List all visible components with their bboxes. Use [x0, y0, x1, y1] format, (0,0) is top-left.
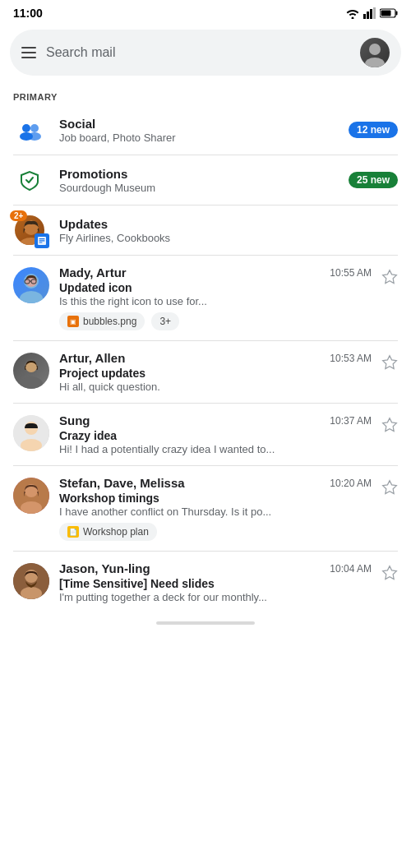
email-preview-2: Hi all, quick question. [59, 381, 372, 393]
avatar-jason [13, 563, 49, 599]
email-time-2: 10:53 AM [330, 353, 372, 364]
email-sender-3: Sung [59, 413, 90, 427]
email-header-5: Jason, Yun-ling 10:04 AM [59, 561, 372, 575]
email-content-5: Jason, Yun-ling 10:04 AM [Time Sensitive… [59, 561, 372, 603]
promotions-name: Promotions [59, 167, 335, 181]
email-attachments-1: ▣ bubbles.png 3+ [59, 312, 372, 330]
email-preview-5: I'm putting together a deck for our mont… [59, 591, 372, 603]
search-bar-wrapper: Search mail [0, 23, 411, 85]
promotions-badge: 25 new [349, 172, 398, 188]
category-social[interactable]: Social Job board, Photo Sharer 12 new [0, 105, 411, 155]
user-avatar[interactable] [360, 38, 390, 67]
email-attachments-4: 📄 Workshop plan [59, 523, 372, 541]
email-row-1[interactable]: Mady, Artur 10:55 AM Updated icon Is thi… [0, 256, 411, 340]
updates-icon-wrapper: 2+ [13, 214, 46, 247]
svg-point-13 [28, 132, 41, 141]
star-button-5[interactable] [381, 565, 398, 584]
status-icons [345, 7, 398, 19]
svg-rect-17 [39, 238, 45, 239]
email-row-4[interactable]: Stefan, Dave, Melissa 10:20 AM Workshop … [0, 466, 411, 551]
email-subject-1: Updated icon [59, 281, 372, 294]
svg-point-28 [20, 376, 43, 389]
avatar-sung [13, 415, 49, 451]
updates-text: Updates Fly Airlines, Cookbooks [59, 217, 398, 244]
menu-button[interactable] [21, 47, 36, 58]
email-preview-3: Hi! I had a potentially crazy idea I wan… [59, 443, 372, 455]
file-icon-1: ▣ [67, 316, 79, 327]
email-time-3: 10:37 AM [330, 415, 372, 427]
svg-point-21 [20, 291, 43, 303]
svg-rect-2 [367, 12, 369, 19]
email-row-5[interactable]: Jason, Yun-ling 10:04 AM [Time Sensitive… [0, 552, 411, 613]
category-updates[interactable]: 2+ Updates [0, 205, 411, 255]
svg-rect-7 [381, 11, 391, 16]
search-placeholder: Search mail [46, 45, 350, 60]
star-button-2[interactable] [381, 354, 398, 374]
social-text: Social Job board, Photo Sharer [59, 117, 335, 144]
battery-icon [380, 8, 398, 18]
svg-point-11 [30, 124, 39, 132]
email-header-2: Artur, Allen 10:53 AM [59, 351, 372, 365]
attachment-chip-4[interactable]: 📄 Workshop plan [59, 523, 157, 541]
email-content-2: Artur, Allen 10:53 AM Project updates Hi… [59, 351, 372, 393]
email-subject-4: Workshop timings [59, 492, 372, 505]
email-subject-3: Crazy idea [59, 429, 372, 442]
status-time: 11:00 [13, 7, 43, 20]
search-bar[interactable]: Search mail [10, 30, 401, 76]
svg-rect-18 [39, 240, 45, 241]
social-icon [13, 113, 46, 146]
status-bar: 11:00 [0, 0, 411, 23]
email-subject-2: Project updates [59, 367, 372, 380]
section-primary-label: PRIMARY [0, 85, 411, 105]
svg-rect-19 [39, 242, 43, 242]
promotions-sub: Sourdough Museum [59, 182, 335, 194]
email-sender-5: Jason, Yun-ling [59, 561, 150, 575]
email-sender-2: Artur, Allen [59, 351, 125, 365]
email-header-1: Mady, Artur 10:55 AM [59, 265, 372, 279]
star-button-1[interactable] [381, 269, 398, 289]
avatar-stefan [13, 478, 49, 514]
email-header-4: Stefan, Dave, Melissa 10:20 AM [59, 476, 372, 490]
email-sender-1: Mady, Artur [59, 265, 127, 279]
email-content-4: Stefan, Dave, Melissa 10:20 AM Workshop … [59, 476, 372, 541]
updates-doc-icon [35, 233, 49, 248]
signal-icon [363, 7, 376, 19]
social-badge: 12 new [349, 122, 398, 138]
avatar-mady [13, 267, 49, 303]
updates-sub: Fly Airlines, Cookbooks [59, 232, 398, 244]
email-header-3: Sung 10:37 AM [59, 413, 372, 427]
email-preview-1: Is this the right icon to use for... [59, 295, 372, 307]
social-name: Social [59, 117, 335, 131]
wifi-icon [345, 7, 360, 19]
email-subject-5: [Time Sensitive] Need slides [59, 577, 372, 590]
email-time-4: 10:20 AM [330, 478, 372, 489]
more-chip-1[interactable]: 3+ [151, 312, 179, 330]
email-time-1: 10:55 AM [330, 267, 372, 279]
svg-point-10 [22, 124, 30, 132]
svg-rect-4 [373, 7, 376, 19]
file-icon-4: 📄 [67, 526, 79, 538]
email-preview-4: I have another conflict on Thursday. Is … [59, 506, 372, 518]
email-sender-4: Stefan, Dave, Melissa [59, 476, 185, 490]
svg-rect-3 [370, 9, 372, 19]
updates-count: 2+ [10, 210, 27, 221]
svg-point-8 [369, 44, 381, 55]
email-time-5: 10:04 AM [330, 563, 372, 575]
svg-point-9 [365, 58, 385, 67]
star-button-3[interactable] [381, 417, 398, 436]
email-row-3[interactable]: Sung 10:37 AM Crazy idea Hi! I had a pot… [0, 404, 411, 465]
home-indicator [156, 621, 255, 625]
category-promotions[interactable]: Promotions Sourdough Museum 25 new [0, 155, 411, 205]
star-button-4[interactable] [381, 479, 398, 499]
updates-name: Updates [59, 217, 398, 231]
svg-marker-34 [383, 418, 397, 432]
avatar-artur [13, 353, 49, 389]
svg-marker-30 [383, 356, 397, 369]
email-content-3: Sung 10:37 AM Crazy idea Hi! I had a pot… [59, 413, 372, 455]
attachment-chip-1[interactable]: ▣ bubbles.png [59, 312, 145, 330]
promotions-icon [13, 164, 46, 196]
promotions-text: Promotions Sourdough Museum [59, 167, 335, 194]
attachment-name-4: Workshop plan [83, 526, 149, 538]
svg-point-0 [352, 17, 354, 20]
email-row-2[interactable]: Artur, Allen 10:53 AM Project updates Hi… [0, 341, 411, 403]
